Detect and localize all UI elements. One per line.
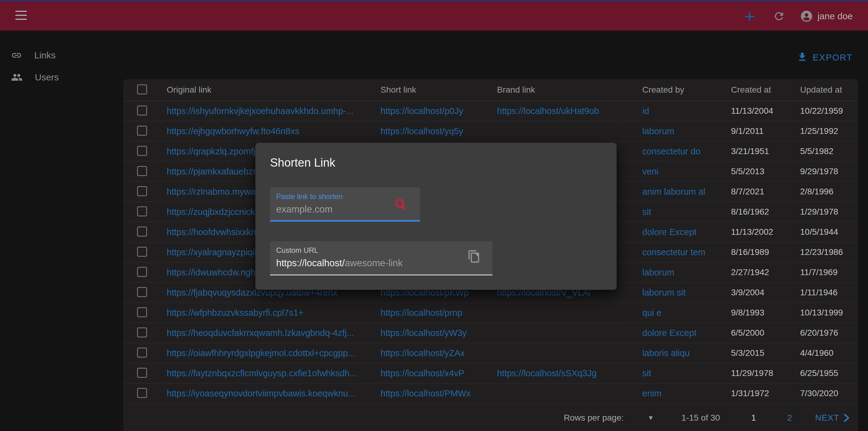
page-button-1[interactable]: 1 [751,413,756,423]
table-row: https://ishyufornkvjkejxoehuhaavkkhdo.um… [123,101,858,121]
created-by-cell[interactable]: dolore Except [642,227,696,237]
custom-url-prefix: https://localhost/ [276,258,345,268]
row-checkbox[interactable] [137,247,147,257]
created-by-cell[interactable]: laboris aliqu [642,348,690,358]
created-by-cell[interactable]: veni [642,167,658,176]
table-row: https://iyoaseqynovdortviimpvbawis.koeqw… [123,384,858,404]
updated-at-cell: 10/13/1999 [800,308,843,317]
brand-link-cell[interactable]: https://localhost/ukHat9ob [497,106,599,116]
short-link-cell[interactable]: https://localhost/yq5y [380,126,463,136]
row-checkbox[interactable] [137,327,147,337]
custom-url-field[interactable]: Custom URL https://localhost/awesome-lin… [270,241,492,275]
created-by-cell[interactable]: laborum [642,126,674,136]
created-by-cell[interactable]: consectetur tem [642,247,705,257]
row-checkbox[interactable] [137,146,147,156]
original-link-cell[interactable]: https://idwuwhcdw.nghx [167,267,260,277]
created-by-cell[interactable]: sit [642,368,651,378]
original-link-cell[interactable]: https://wfphbzuzvkssabyrfi.cpl7s1+ [167,308,303,318]
created-at-cell: 11/13/2002 [731,227,773,237]
original-link-cell[interactable]: https://qrapkzlq.zpomfj- [167,146,258,156]
sidebar-item-users[interactable]: Users [0,66,122,88]
sidebar-item-links[interactable]: Links [0,44,122,66]
short-link-cell[interactable]: https://localhost/prnp [380,308,462,318]
next-page-button[interactable]: NEXT [815,413,850,423]
row-checkbox[interactable] [137,368,147,378]
updated-at-cell: 9/29/1978 [800,167,838,176]
row-checkbox[interactable] [137,206,147,217]
row-checkbox[interactable] [137,186,147,196]
created-by-cell[interactable]: anim laborum al [642,187,705,197]
created-by-cell[interactable]: sit [642,207,651,217]
created-by-cell[interactable]: qui e [642,308,661,318]
created-by-cell[interactable]: dolore Except [642,328,696,338]
created-by-cell[interactable]: consectetur do [642,146,701,156]
short-link-cell[interactable]: https://localhost/x4vP [380,368,464,378]
paste-link-input[interactable]: example.com [276,204,333,215]
updated-at-cell: 10/22/1959 [800,106,843,115]
short-link-cell[interactable]: https://localhost/yZAx [380,348,465,358]
row-checkbox[interactable] [137,388,147,398]
export-label: EXPORT [813,53,853,63]
sidebar-item-label: Users [35,72,59,82]
custom-url-label: Custom URL [276,246,318,255]
created-at-cell: 11/13/2004 [731,106,773,115]
original-link-cell[interactable]: https://iyoaseqynovdortviimpvbawis.koeqw… [167,389,355,398]
original-link-cell[interactable]: https://zuqjbxdzjccnickn [167,207,260,217]
menu-icon[interactable] [15,11,27,21]
created-at-cell: 5/5/2013 [731,167,764,176]
created-at-cell: 9/8/1993 [731,308,764,317]
column-header-updated-at: Updated at [800,85,842,95]
original-link-cell[interactable]: https://heoqduvcfakrrxqwamh.lzkavgbndq-4… [167,328,354,338]
created-at-cell: 3/9/2004 [731,288,764,297]
select-all-checkbox[interactable] [137,85,147,95]
row-checkbox[interactable] [137,227,147,237]
add-link-button[interactable]: + [744,7,755,26]
column-header-created-at: Created at [731,85,771,95]
original-link-cell[interactable]: https://xyalragnayzpiqir [167,247,257,257]
refresh-icon[interactable] [773,10,785,22]
paste-link-label: Paste link to shorten [276,192,343,201]
row-checkbox[interactable] [137,307,147,317]
page-button-2[interactable]: 2 [787,413,792,423]
row-checkbox[interactable] [137,126,147,136]
original-link-cell[interactable]: https://rzlnabmo.mywal [167,187,257,197]
created-by-cell[interactable]: enim [642,389,661,398]
updated-at-cell: 4/4/1960 [800,348,833,358]
short-link-cell[interactable]: https://localhost/PMWx [380,389,471,398]
row-checkbox[interactable] [137,267,147,277]
export-button[interactable]: EXPORT [797,52,853,64]
row-checkbox[interactable] [137,105,147,115]
created-at-cell: 9/1/2011 [731,126,764,136]
table-row: https://faytznbqxzcflcmlvguysp.cxfie1ofw… [123,363,858,384]
next-label: NEXT [815,413,839,423]
row-checkbox[interactable] [137,347,147,358]
paste-link-field[interactable]: Paste link to shorten example.com [270,187,420,222]
table-row: https://oiawfhhryrdgxlpgkejmol.cdottxl+c… [123,343,858,363]
created-by-cell[interactable]: laborum [642,267,674,277]
account-circle-icon[interactable] [800,9,813,23]
column-header-short-link: Short link [380,85,416,95]
search-icon[interactable] [394,197,408,212]
original-link-cell[interactable]: https://ishyufornkvjkejxoehuhaavkkhdo.um… [167,106,353,116]
short-link-cell[interactable]: https://localhost/p0Jy [380,106,463,116]
created-by-cell[interactable]: id [642,106,649,116]
created-at-cell: 8/16/1989 [731,247,769,257]
row-checkbox[interactable] [137,166,147,176]
custom-url-input[interactable]: https://localhost/awesome-link [276,258,403,269]
created-by-cell[interactable]: laborum sit [642,288,686,297]
original-link-cell[interactable]: https://ejhgqwborhwyfw.fto46n8xs [167,126,300,136]
brand-link-cell[interactable]: https://localhost/sSXq3Jg [497,368,597,378]
original-link-cell[interactable]: https://oiawfhhryrdgxlpgkejmol.cdottxl+c… [167,348,355,358]
short-link-cell[interactable]: https://localhost/yW3y [380,328,467,338]
row-checkbox[interactable] [137,287,147,297]
updated-at-cell: 12/23/1986 [800,247,843,257]
original-link-cell[interactable]: https://pjamkxafauebzro [167,167,261,176]
updated-at-cell: 1/29/1978 [800,207,838,217]
rows-per-page-select[interactable]: ▼ [648,414,654,422]
copy-icon[interactable] [467,250,481,264]
original-link-cell[interactable]: https://faytznbqxzcflcmlvguysp.cxfie1ofw… [167,368,357,378]
created-at-cell: 2/27/1942 [731,267,769,277]
original-link-cell[interactable]: https://hoofdvwhsixxkm [167,227,258,237]
updated-at-cell: 6/20/1976 [800,328,838,337]
column-header-brand-link: Brand link [497,85,535,95]
